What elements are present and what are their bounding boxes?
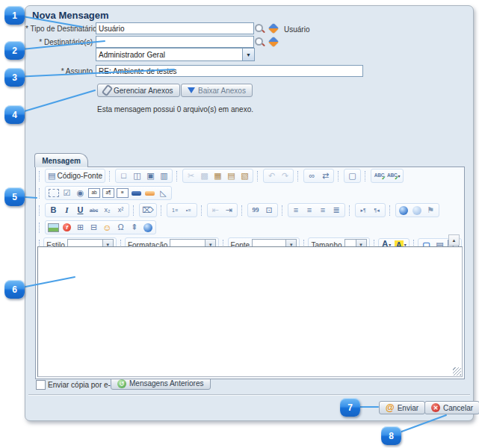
send-label: Enviar bbox=[398, 404, 418, 412]
unlink-icon[interactable] bbox=[412, 205, 423, 216]
recipients-search-icon[interactable] bbox=[254, 37, 265, 48]
textarea-icon[interactable]: a¶ bbox=[102, 187, 114, 199]
anchor-icon[interactable]: ⚑ bbox=[425, 205, 436, 216]
attachments-info-text: Esta mensagem possui 0 arquivo(s) em ane… bbox=[97, 105, 253, 113]
spellcheck-icon[interactable]: ABC bbox=[374, 170, 385, 181]
paste-text-icon[interactable]: ▤ bbox=[226, 170, 237, 181]
preview-icon[interactable]: ◫ bbox=[132, 170, 143, 181]
toolbar-grip bbox=[389, 205, 392, 216]
toolbar-group: ≡≡≡≣ bbox=[288, 203, 345, 217]
cancel-label: Cancelar bbox=[443, 404, 473, 412]
radio-icon[interactable]: ◉ bbox=[75, 187, 86, 199]
textfield-icon[interactable]: ab bbox=[88, 187, 100, 199]
bold-icon[interactable]: B bbox=[48, 205, 59, 216]
outdent-icon[interactable]: ⇤ bbox=[210, 205, 221, 216]
source-icon[interactable]: ▤Código-Fonte bbox=[48, 170, 102, 181]
toolbar-grip bbox=[39, 205, 41, 216]
undo-icon[interactable]: ↶ bbox=[266, 170, 277, 181]
universal-keyboard-icon[interactable] bbox=[142, 222, 153, 233]
align-left-icon[interactable]: ≡ bbox=[291, 205, 302, 216]
recipient-type-input[interactable] bbox=[96, 22, 254, 34]
italic-icon[interactable]: I bbox=[61, 205, 72, 216]
recipients-select-value: Administrador Geral bbox=[96, 51, 242, 59]
collapse-toolbar-icon[interactable]: ▲ bbox=[448, 234, 460, 246]
select-field-icon[interactable]: ≡ bbox=[117, 187, 129, 199]
page-break-icon[interactable]: ⇞ bbox=[129, 222, 140, 233]
ordered-list-icon[interactable]: 1≡ bbox=[170, 205, 181, 216]
tab-mensagem[interactable]: Mensagem bbox=[34, 153, 88, 167]
send-button[interactable]: @ Enviar bbox=[379, 401, 425, 414]
callout-badge-7: 7 bbox=[340, 398, 360, 417]
recipient-type-picker-icon[interactable] bbox=[268, 23, 279, 34]
callout-badge-5: 5 bbox=[4, 187, 25, 206]
remove-format-icon[interactable]: ⌦ bbox=[142, 205, 154, 216]
toolbar-grip bbox=[176, 171, 179, 181]
download-attachments-button[interactable]: Baixar Anexos bbox=[181, 84, 253, 97]
checkbox-icon[interactable]: ☑ bbox=[61, 187, 72, 199]
editor-body[interactable] bbox=[37, 246, 463, 377]
link-icon[interactable] bbox=[398, 205, 410, 216]
recipients-picker-icon[interactable] bbox=[268, 37, 279, 47]
callout-badge-3: 3 bbox=[4, 68, 25, 87]
chevron-down-icon[interactable]: ▼ bbox=[242, 49, 254, 60]
recipients-select[interactable]: Administrador Geral ▼ bbox=[96, 48, 255, 61]
div-container-icon[interactable]: ⊡ bbox=[264, 205, 275, 216]
align-right-icon[interactable]: ≡ bbox=[318, 205, 329, 216]
rich-text-editor: ▤Código-Fonte□◫▣▥✂▩▦▤▧↶↷∞⇄▢ABCABC▾☑◉aba¶… bbox=[35, 167, 465, 379]
toolbar-grip bbox=[39, 223, 41, 233]
superscript-icon[interactable]: x² bbox=[115, 205, 126, 216]
new-page-icon[interactable]: □ bbox=[118, 170, 129, 181]
resize-grip-icon[interactable] bbox=[453, 367, 461, 376]
subject-input[interactable] bbox=[96, 65, 363, 77]
rtl-icon[interactable]: ¶◂ bbox=[371, 205, 383, 216]
spellcheck-as-type-icon[interactable]: ABC▾ bbox=[387, 170, 401, 181]
flash-icon[interactable]: f bbox=[61, 222, 72, 233]
paperclip-icon bbox=[102, 84, 114, 97]
strikethrough-icon[interactable]: abc bbox=[88, 205, 99, 216]
templates-icon[interactable]: ▥ bbox=[158, 170, 170, 181]
select-all-icon[interactable]: ▢ bbox=[347, 170, 358, 181]
image-button-icon[interactable] bbox=[144, 187, 155, 199]
button-icon[interactable] bbox=[131, 187, 142, 199]
toolbar-group: ⌦ bbox=[139, 203, 157, 217]
blockquote-icon[interactable]: 99 bbox=[250, 205, 262, 216]
toolbar-group: BIUabcx₂x² bbox=[45, 203, 129, 217]
toolbar-group: f⊞⊟☺Ω⇞ bbox=[45, 220, 156, 234]
toolbar-grip bbox=[161, 205, 163, 216]
toolbar-group: 1≡•≡ bbox=[167, 203, 197, 217]
copy-icon[interactable]: ▩ bbox=[199, 170, 210, 181]
horizontal-rule-icon[interactable]: ⊟ bbox=[88, 222, 99, 233]
cancel-button[interactable]: ✕ Cancelar bbox=[424, 401, 479, 414]
find-icon[interactable]: ∞ bbox=[306, 170, 318, 181]
recipients-input[interactable] bbox=[96, 36, 254, 48]
special-char-icon[interactable]: Ω bbox=[115, 222, 126, 233]
recipient-type-suffix: Usuário bbox=[284, 25, 309, 34]
paste-word-icon[interactable]: ▧ bbox=[239, 170, 250, 181]
at-icon: @ bbox=[386, 402, 395, 413]
ltr-icon[interactable]: ▸¶ bbox=[358, 205, 369, 216]
recipient-type-search-icon[interactable] bbox=[254, 23, 265, 34]
cancel-x-icon: ✕ bbox=[431, 403, 440, 412]
manage-attachments-button[interactable]: Gerenciar Anexos bbox=[97, 84, 180, 97]
subscript-icon[interactable]: x₂ bbox=[102, 205, 113, 216]
align-center-icon[interactable]: ≡ bbox=[304, 205, 315, 216]
form-icon[interactable] bbox=[48, 187, 59, 199]
underline-icon[interactable]: U bbox=[75, 205, 86, 216]
recipient-type-label: * Tipo de Destinatário bbox=[25, 25, 93, 33]
toolbar-grip bbox=[39, 188, 41, 199]
table-icon[interactable]: ⊞ bbox=[75, 222, 86, 233]
paste-icon[interactable]: ▦ bbox=[212, 170, 223, 181]
hidden-field-icon[interactable]: ◺ bbox=[158, 187, 169, 199]
smiley-icon[interactable]: ☺ bbox=[102, 222, 113, 233]
toolbar-group: ✂▩▦▤▧ bbox=[182, 169, 253, 183]
send-copy-checkbox[interactable] bbox=[36, 380, 46, 390]
print-icon[interactable]: ▣ bbox=[145, 170, 156, 181]
unordered-list-icon[interactable]: •≡ bbox=[183, 205, 194, 216]
image-icon[interactable] bbox=[48, 222, 59, 233]
previous-messages-label: Mensagens Anteriores bbox=[129, 379, 204, 388]
replace-icon[interactable]: ⇄ bbox=[320, 170, 331, 181]
cut-icon[interactable]: ✂ bbox=[185, 170, 197, 181]
indent-icon[interactable]: ⇥ bbox=[223, 205, 235, 216]
align-justify-icon[interactable]: ≣ bbox=[331, 205, 342, 216]
redo-icon[interactable]: ↷ bbox=[279, 170, 291, 181]
